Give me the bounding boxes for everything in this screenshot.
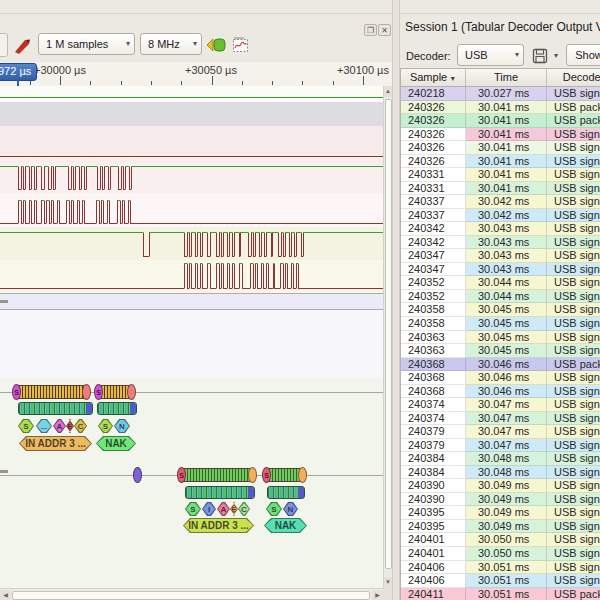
column-header-time[interactable]: Time [466,69,547,86]
table-row[interactable]: 24039030.049 msUSB signal [401,479,600,493]
sample-cell: 240326 [401,128,466,142]
usb-bits-run [97,402,137,415]
time-cell: 30.043 ms [466,263,547,277]
ruler-tick [151,81,152,85]
sample-cell: 240379 [401,425,466,439]
scroll-right-button[interactable]: ▶ [372,590,383,600]
table-row[interactable]: 24034730.043 msUSB signal [401,263,600,277]
sample-cell: 240347 [401,263,466,277]
decoder-cell: USB signal [547,141,600,155]
table-row[interactable]: 24033130.041 msUSB signal [401,168,600,182]
table-row[interactable]: 24037430.047 msUSB signal [401,412,600,426]
table-row[interactable]: 24036330.045 msUSB signal [401,344,600,358]
sample-cell: 240406 [401,561,466,575]
table-row[interactable]: 24032630.041 msUSB packet [401,101,600,115]
table-row[interactable]: 24021830.027 msUSB signal [401,87,600,101]
panel-splitter[interactable] [392,0,400,600]
sample-cell: 240395 [401,520,466,534]
save-menu-arrow[interactable]: ▾ [550,44,562,66]
new-view-icon[interactable] [231,35,251,55]
time-cell: 30.045 ms [466,317,547,331]
time-cell: 30.047 ms [466,398,547,412]
table-row[interactable]: 24038430.048 msUSB signal [401,452,600,466]
table-row[interactable]: 24036830.046 msUSB signal [401,371,600,385]
table-rows: 24021830.027 msUSB signal24032630.041 ms… [401,87,600,600]
ruler-tick [333,81,334,85]
table-row[interactable]: 24037930.047 msUSB signal [401,425,600,439]
table-row[interactable]: 24032630.041 msUSB signal [401,155,600,169]
table-row[interactable]: 24033730.042 msUSB signal [401,195,600,209]
decoder-cell: USB signal [547,425,600,439]
scroll-left-button[interactable]: ◀ [0,590,11,600]
waveform-canvas[interactable]: SSS...AECSNIN ADDR 3 ...NAKSSSIAECSNIN A… [0,86,383,588]
time-cell: 30.048 ms [466,466,547,480]
table-row[interactable]: 24039030.049 msUSB signal [401,493,600,507]
ruler-tick [90,81,91,85]
time-cell: 30.044 ms [466,276,547,290]
table-row[interactable]: 24036830.046 msUSB packet [401,358,600,372]
sample-rate-select[interactable]: 8 MHz ▾ [140,33,202,55]
decoder-cell: USB signal [547,466,600,480]
ruler-label: +30000 µs [34,64,86,76]
sample-cell: 240331 [401,182,466,196]
table-row[interactable]: 24039530.049 msUSB signal [401,520,600,534]
table-row[interactable]: 24032630.041 msUSB packet [401,114,600,128]
table-row[interactable]: 24035830.045 msUSB signal [401,317,600,331]
table-row[interactable]: 24033730.042 msUSB signal [401,209,600,223]
sample-count-select[interactable]: 1 M samples ▾ [38,33,135,55]
horizontal-scroll-thumb[interactable] [12,591,370,600]
horizontal-scrollbar[interactable]: ◀ ▶ [0,588,383,600]
column-header-decoder[interactable]: Decoder [547,69,600,86]
table-row[interactable]: 24033130.041 msUSB signal [401,182,600,196]
scrollbar-corner [383,588,392,600]
table-row[interactable]: 24037430.047 msUSB signal [401,398,600,412]
table-row[interactable]: 24035830.045 msUSB signal [401,303,600,317]
vertical-scroll-thumb[interactable] [385,99,392,569]
table-row[interactable]: 24039530.049 msUSB signal [401,506,600,520]
table-row[interactable]: 24032630.041 msUSB signal [401,141,600,155]
save-button[interactable] [530,44,550,66]
table-row[interactable]: 24041130.051 msUSB packet [401,588,600,600]
time-cell: 30.041 ms [466,182,547,196]
table-row[interactable]: 24040130.050 msUSB signal [401,533,600,547]
table-row[interactable]: 24032630.041 msUSB signal [401,128,600,142]
table-row[interactable]: 24036330.045 msUSB signal [401,331,600,345]
table-row[interactable]: 24040630.051 msUSB signal [401,561,600,575]
vertical-scrollbar[interactable]: ▲ ▼ [383,86,392,588]
channels-icon[interactable] [206,35,226,55]
bits-tail [248,487,254,498]
usb-symbols-run [181,468,253,482]
show-button[interactable]: Show [566,44,600,66]
sample-cell: 240342 [401,236,466,250]
time-ruler[interactable]: +30000 µs+30050 µs+30100 µs 972 µs [0,62,392,87]
time-cell: 30.043 ms [466,222,547,236]
column-header-sample[interactable]: Sample ▼ [401,69,466,86]
clipped-toolbar-button[interactable] [0,33,8,57]
time-cell: 30.049 ms [466,506,547,520]
probe-setup-icon[interactable] [12,35,32,55]
scroll-down-button[interactable]: ▼ [384,577,392,588]
decoder-select[interactable]: USB packet ▾ [457,44,524,66]
decoder-cell: USB signal [547,506,600,520]
table-row[interactable]: 24035230.044 msUSB signal [401,276,600,290]
ruler-tick [212,76,213,85]
table-row[interactable]: 24034730.043 msUSB signal [401,249,600,263]
sample-cell: 240395 [401,506,466,520]
sop-marker: S [12,384,21,400]
table-row[interactable]: 24036830.046 msUSB signal [401,385,600,399]
table-row[interactable]: 24034230.043 msUSB signal [401,222,600,236]
table-row[interactable]: 24035230.044 msUSB signal [401,290,600,304]
pulseview-window: ❐ ✕ 1 M samples ▾ 8 MHz ▾ [0,0,600,600]
scroll-up-button[interactable]: ▲ [384,86,392,97]
sample-cell: 240384 [401,466,466,480]
table-row[interactable]: 24037930.047 msUSB signal [401,439,600,453]
table-row[interactable]: 24040630.051 msUSB signal [401,574,600,588]
table-row[interactable]: 24040130.050 msUSB signal [401,547,600,561]
waveform-dock: ❐ ✕ 1 M samples ▾ 8 MHz ▾ [0,0,392,600]
table-row[interactable]: 24034230.043 msUSB signal [401,236,600,250]
table-row[interactable]: 24038430.048 msUSB signal [401,466,600,480]
ruler-tick [181,81,182,85]
eop-marker [127,384,136,400]
decoder-cell: USB packet [547,101,600,115]
sample-cell: 240401 [401,547,466,561]
